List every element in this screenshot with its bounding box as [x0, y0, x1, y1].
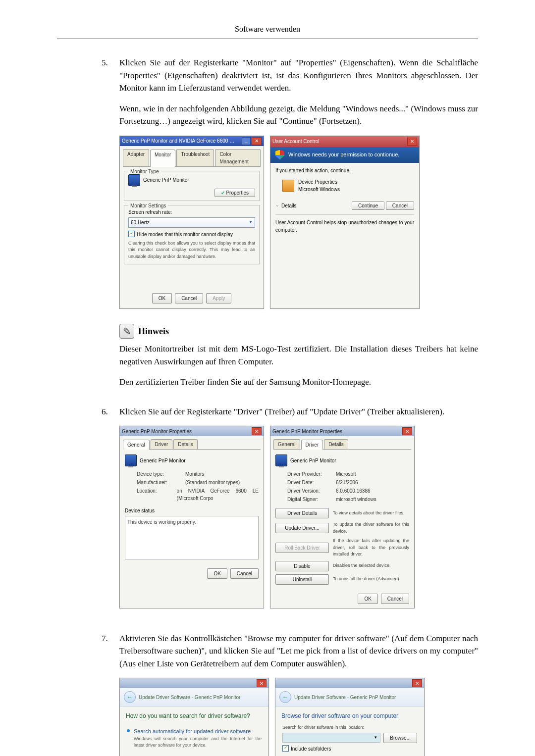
back-icon[interactable]: ←: [279, 691, 291, 703]
option-search-auto[interactable]: Search automatically for updated driver …: [127, 727, 262, 749]
digital-signer-label: Digital Signer:: [287, 496, 332, 503]
group-monitor-type: Monitor Type Generic PnP Monitor ✔ Prope…: [124, 171, 260, 201]
close-icon[interactable]: ✕: [252, 427, 262, 435]
uninstall-button[interactable]: Uninstall: [275, 574, 329, 585]
step-number: 7.: [102, 632, 119, 756]
ok-button[interactable]: OK: [152, 293, 172, 303]
uac-message-bar: Windows needs your permission to contion…: [270, 147, 419, 163]
note-heading: ✎ Hinweis: [119, 324, 478, 339]
uac-message: Windows needs your permission to contion…: [288, 151, 399, 159]
include-subfolders-label: Include subfolders: [291, 745, 331, 753]
close-icon[interactable]: ✕: [412, 679, 422, 687]
step-5: 5. Klicken Sie auf der Registerkarte "Mo…: [102, 56, 478, 397]
close-icon[interactable]: ✕: [402, 427, 412, 435]
refresh-rate-label: Screen refresh rate:: [128, 208, 255, 216]
search-location-label: Search for driver software in this locat…: [282, 724, 417, 731]
titlebar: Generic PnP Monitor and NVIDIA GeForce 6…: [120, 136, 264, 146]
rollback-driver-desc: If the device fails after updating the d…: [333, 538, 409, 558]
wizard-heading: Browse for driver software on your compu…: [281, 711, 418, 720]
titlebar: Generic PnP Monitor Properties ✕: [120, 426, 264, 436]
note-p1: Dieser Monitortreiber ist mit dem MS-Log…: [119, 343, 478, 368]
screenshot-row-2: Generic PnP Monitor Properties ✕ General…: [119, 426, 478, 608]
wizard-title: Update Driver Software - Generic PnP Mon…: [139, 694, 240, 701]
tab-driver[interactable]: Driver: [301, 440, 323, 450]
continue-button[interactable]: Continue: [352, 202, 384, 210]
tabstrip: Adapter Monitor Troubleshoot Color Manag…: [123, 149, 261, 167]
device-name: Generic PnP Monitor: [290, 457, 336, 464]
chevron-down-icon[interactable]: ⌄: [275, 202, 279, 209]
disable-button[interactable]: Disable: [275, 561, 329, 571]
titlebar: ✕: [120, 678, 268, 688]
close-icon[interactable]: ✕: [252, 137, 262, 145]
driver-details-desc: To view details about the driver files.: [333, 510, 409, 517]
details-button[interactable]: Details: [281, 202, 297, 209]
driver-details-button[interactable]: Driver Details: [275, 508, 329, 518]
ok-button[interactable]: OK: [358, 594, 377, 604]
titlebar: Generic PnP Monitor Properties ✕: [270, 426, 414, 436]
uac-publisher: Microsoft Windows: [298, 186, 340, 193]
wizard-heading: How do you want to search for driver sof…: [126, 711, 263, 720]
cancel-button[interactable]: Cancel: [175, 293, 203, 303]
minimize-icon[interactable]: _: [242, 137, 251, 145]
monitor-icon: [125, 454, 137, 466]
wizard-title: Update Driver Software - Generic PnP Mon…: [294, 694, 396, 701]
browse-button[interactable]: Browse...: [383, 733, 417, 743]
disable-desc: Disables the selected device.: [333, 562, 409, 569]
dialog-wizard-search: ✕ ← Update Driver Software - Generic PnP…: [119, 678, 269, 756]
back-icon[interactable]: ←: [124, 691, 136, 703]
monitor-icon: [128, 174, 140, 186]
tab-adapter[interactable]: Adapter: [123, 149, 149, 166]
hide-modes-label: Hide modes that this monitor cannot disp…: [137, 231, 233, 238]
path-input[interactable]: ▾: [282, 733, 380, 743]
monitor-name: Generic PnP Monitor: [143, 176, 189, 184]
device-status-label: Device status: [125, 507, 259, 514]
hide-modes-checkbox[interactable]: ✓: [128, 231, 135, 237]
refresh-rate-select[interactable]: 60 Hertz▼: [128, 217, 255, 228]
hide-modes-description: Clearing this check box allows you to se…: [128, 240, 255, 260]
ok-button[interactable]: OK: [207, 568, 227, 579]
note-label: Hinweis: [138, 325, 169, 338]
step-7-p1: Aktivieren Sie das Kontrollkästchen "Bro…: [119, 632, 478, 670]
bullet-icon: [127, 729, 130, 732]
tab-monitor[interactable]: Monitor: [150, 150, 175, 167]
apply-button[interactable]: Apply: [206, 293, 231, 303]
driver-date-value: 6/21/2006: [336, 479, 358, 486]
step-5-p2: Wenn, wie in der nachfolgenden Abbildung…: [119, 102, 478, 128]
option-subtitle: Windows will search your computer and th…: [134, 736, 262, 749]
cancel-button[interactable]: Cancel: [381, 594, 409, 604]
manufacturer-label: Manufacturer:: [137, 479, 181, 486]
rollback-driver-button[interactable]: Roll Back Driver: [275, 543, 329, 553]
close-icon[interactable]: ✕: [407, 138, 417, 146]
device-name: Generic PnP Monitor: [140, 457, 186, 464]
screenshot-row-3: ✕ ← Update Driver Software - Generic PnP…: [119, 678, 478, 756]
cancel-button[interactable]: Cancel: [386, 202, 414, 210]
device-type-value: Monitors: [185, 470, 204, 478]
dialog-monitor-settings: Generic PnP Monitor and NVIDIA GeForce 6…: [119, 136, 264, 309]
properties-button[interactable]: ✔ Properties: [214, 189, 255, 197]
tab-troubleshoot[interactable]: Troubleshoot: [176, 149, 214, 166]
step-6-p1: Klicken Sie auf der Registerkarte "Drive…: [119, 405, 478, 418]
tab-details[interactable]: Details: [324, 439, 348, 449]
tab-general[interactable]: General: [273, 439, 300, 449]
uac-started-text: If you started this action, continue.: [275, 167, 414, 174]
title-text: Generic PnP Monitor Properties: [272, 428, 342, 435]
digital-signer-value: microsoft windows: [336, 496, 376, 503]
tab-details[interactable]: Details: [173, 439, 198, 449]
driver-version-value: 6.0.6000.16386: [336, 487, 371, 495]
tab-driver[interactable]: Driver: [151, 439, 173, 449]
step-6: 6. Klicken Sie auf der Registerkarte "Dr…: [102, 405, 478, 623]
step-5-p1: Klicken Sie auf der Registerkarte "Monit…: [119, 56, 478, 95]
include-subfolders-checkbox[interactable]: ✓: [282, 745, 289, 752]
close-icon[interactable]: ✕: [257, 679, 267, 687]
page-header: Software verwenden: [57, 25, 478, 39]
tab-color-management[interactable]: Color Management: [215, 149, 261, 166]
cancel-button[interactable]: Cancel: [230, 568, 259, 579]
dialog-properties-driver: Generic PnP Monitor Properties ✕ General…: [270, 426, 415, 608]
update-driver-button[interactable]: Update Driver...: [275, 523, 329, 533]
step-7: 7. Aktivieren Sie das Kontrollkästchen "…: [102, 632, 478, 756]
group-monitor-settings: Monitor Settings Screen refresh rate: 60…: [124, 205, 260, 265]
tab-general[interactable]: General: [123, 440, 150, 450]
dialog-wizard-browse: ✕ ← Update Driver Software - Generic PnP…: [275, 678, 425, 756]
chevron-down-icon: ▼: [249, 219, 253, 225]
uac-help-text: User Account Control helps stop unauthor…: [275, 214, 414, 234]
